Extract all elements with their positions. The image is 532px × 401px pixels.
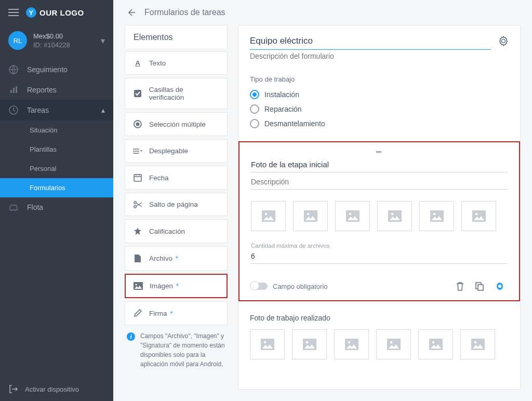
car-icon — [8, 204, 19, 211]
login-icon — [8, 384, 18, 394]
image-placeholder[interactable] — [377, 201, 412, 231]
element-seleccion[interactable]: Selección múltiple — [125, 112, 228, 136]
copy-icon[interactable] — [472, 282, 487, 291]
element-archivo[interactable]: Archivo * — [125, 246, 228, 271]
back-arrow-icon[interactable] — [126, 7, 136, 18]
required-toggle[interactable] — [251, 283, 268, 290]
nav-personal[interactable]: Personal — [0, 159, 113, 178]
element-texto[interactable]: A Texto — [125, 51, 228, 75]
svg-point-7 — [136, 123, 140, 126]
radio-icon — [250, 119, 259, 128]
image-placeholder[interactable] — [418, 329, 453, 359]
element-calificacion[interactable]: Calificación — [125, 219, 228, 243]
pencil-icon — [132, 309, 143, 317]
element-imagen[interactable]: Imágen * — [125, 274, 228, 298]
svg-point-18 — [349, 213, 351, 215]
activate-device[interactable]: Activar dispositivo — [0, 377, 113, 401]
clock-icon — [8, 105, 19, 115]
block2-title: Foto de trabajo realizado — [250, 314, 509, 322]
text-icon: A — [132, 59, 143, 67]
gear-icon[interactable] — [498, 36, 509, 46]
gear-icon[interactable] — [492, 282, 508, 291]
svg-point-9 — [134, 201, 136, 203]
chevron-down-icon: ▾ — [101, 36, 105, 46]
user-id: ID: #104228 — [33, 41, 95, 49]
svg-point-12 — [135, 284, 137, 285]
element-casillas[interactable]: Casillas de verificación — [125, 78, 228, 109]
svg-rect-1 — [10, 90, 12, 93]
drag-handle-icon[interactable]: ═ — [251, 148, 508, 155]
svg-point-34 — [390, 341, 392, 343]
nav-seguimiento[interactable]: Seguimiento — [0, 59, 113, 80]
svg-rect-3 — [16, 86, 17, 93]
svg-point-30 — [305, 341, 308, 343]
nav-formularios[interactable]: Formularios — [0, 178, 113, 197]
radio-desmantelamiento[interactable]: Desmantelamiento — [250, 116, 509, 131]
image-icon — [133, 282, 143, 290]
svg-point-32 — [348, 341, 350, 343]
chevron-up-icon: ▴ — [101, 106, 105, 114]
radio-instalacion[interactable]: Instalación — [250, 87, 509, 102]
nav-flota[interactable]: Flota — [0, 197, 113, 217]
svg-point-14 — [264, 213, 267, 215]
image-block: ═ Cantidad máxima de archivos Campo obli… — [238, 141, 520, 301]
nav-reportes[interactable]: Reportes — [0, 80, 113, 100]
chart-icon — [8, 86, 19, 94]
max-files-label: Cantidad máxima de archivos — [251, 243, 508, 249]
checkbox-icon — [132, 89, 143, 98]
star-icon — [132, 227, 143, 235]
globe-icon — [8, 65, 19, 74]
svg-point-24 — [475, 213, 477, 215]
image-placeholder[interactable] — [376, 329, 411, 359]
svg-point-16 — [307, 213, 309, 215]
form-desc-input[interactable] — [250, 50, 491, 64]
nav-tareas[interactable]: Tareas ▴ — [0, 100, 113, 121]
nav-situacion[interactable]: Situación — [0, 121, 113, 140]
radio-icon — [250, 104, 259, 114]
hamburger-icon[interactable] — [8, 9, 19, 16]
image-placeholder[interactable] — [293, 201, 328, 231]
image-placeholder[interactable] — [251, 201, 286, 231]
block-title-input[interactable] — [251, 158, 508, 172]
max-files-input[interactable] — [251, 250, 508, 264]
elements-title: Elementos — [125, 25, 228, 48]
svg-point-20 — [391, 213, 393, 215]
main: Formularios de tareas Elementos A Texto … — [113, 0, 532, 401]
required-label: Campo obligatorio — [273, 283, 448, 290]
image-placeholder[interactable] — [335, 201, 370, 231]
image-placeholder[interactable] — [419, 201, 454, 231]
image-placeholder[interactable] — [292, 329, 327, 359]
radio-reparacion[interactable]: Reparación — [250, 102, 509, 116]
svg-point-28 — [263, 341, 265, 343]
nav-plantillas[interactable]: Plantillas — [0, 140, 113, 159]
avatar: RL — [8, 31, 27, 50]
element-salto[interactable]: Salto de página — [125, 193, 228, 216]
radio-icon — [132, 120, 143, 128]
image-placeholder[interactable] — [461, 201, 496, 231]
image-placeholder[interactable] — [250, 329, 285, 359]
svg-rect-5 — [134, 90, 141, 97]
form-panel: Tipo de trabajo Instalación Reparación D… — [238, 25, 521, 390]
svg-rect-8 — [134, 175, 141, 181]
form-title-input[interactable] — [250, 34, 491, 50]
user-block[interactable]: RL Mex$0.00 ID: #104228 ▾ — [0, 25, 113, 59]
image-placeholder[interactable] — [334, 329, 369, 359]
dropdown-icon — [132, 148, 143, 154]
svg-point-36 — [432, 341, 434, 343]
brand-logo: Y OUR LOGO — [26, 7, 84, 18]
svg-rect-2 — [13, 88, 15, 93]
logo-badge-icon: Y — [26, 7, 36, 18]
info-note: i Campos "Archivo", "Imagen" y "Signatur… — [125, 325, 228, 369]
element-firma[interactable]: Firma * — [125, 301, 228, 325]
element-fecha[interactable]: Fecha — [125, 166, 228, 190]
svg-point-10 — [134, 205, 136, 207]
trash-icon[interactable] — [453, 282, 467, 291]
image-placeholder[interactable] — [460, 329, 495, 359]
tipo-label: Tipo de trabajo — [250, 75, 509, 83]
block-desc-input[interactable] — [251, 176, 508, 190]
elements-panel: Elementos A Texto Casillas de verificaci… — [125, 25, 228, 390]
scissors-icon — [132, 201, 143, 208]
sidebar: Y OUR LOGO RL Mex$0.00 ID: #104228 ▾ Seg… — [0, 0, 113, 401]
element-desplegable[interactable]: Desplegable — [125, 139, 228, 163]
user-balance: Mex$0.00 — [33, 32, 95, 40]
